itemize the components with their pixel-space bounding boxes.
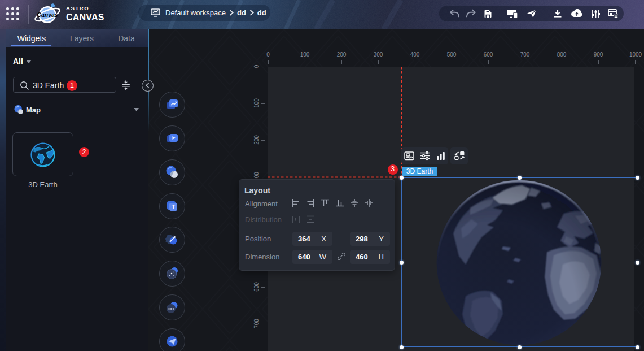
svg-text:Canvas: Canvas <box>37 11 58 18</box>
